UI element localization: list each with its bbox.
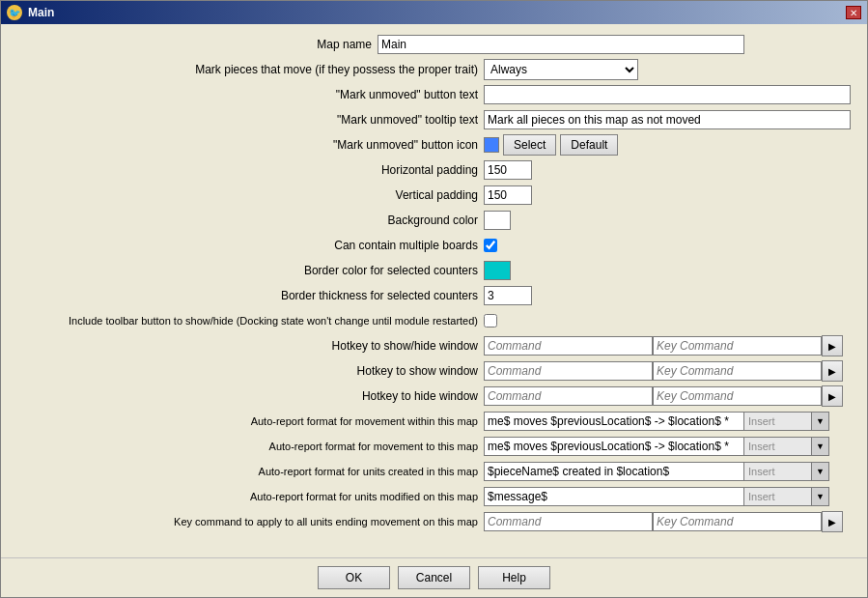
hotkey-hide-row: Hotkey to hide window ▶: [11, 385, 857, 407]
can-contain-label: Can contain multiple boards: [11, 239, 484, 252]
auto-within-insert-combo: Insert ▼: [744, 412, 829, 431]
auto-to-insert-combo: Insert ▼: [744, 437, 829, 456]
mark-unmoved-btn-text-input[interactable]: [484, 85, 851, 104]
key-command-key-input[interactable]: [653, 512, 822, 531]
mark-unmoved-tooltip-input[interactable]: [484, 110, 851, 129]
auto-modified-input[interactable]: [484, 487, 744, 506]
hotkey-show-cmd-input[interactable]: [484, 361, 653, 381]
mark-unmoved-tooltip-row: "Mark unmoved" tooltip text: [11, 109, 857, 130]
select-button[interactable]: Select: [503, 134, 556, 156]
vert-padding-label: Vertical padding: [11, 188, 484, 202]
auto-created-inputs: Insert ▼: [484, 462, 829, 481]
border-color-label: Border color for selected counters: [11, 264, 484, 277]
hotkey-showhide-inputs: ▶: [484, 335, 843, 356]
auto-modified-insert-arrow[interactable]: ▼: [812, 487, 829, 506]
map-name-row: Map name: [11, 34, 857, 55]
auto-to-insert-btn[interactable]: Insert: [744, 437, 812, 456]
mark-unmoved-btn-text-label: "Mark unmoved" button text: [11, 88, 484, 101]
key-command-label: Key command to apply to all units ending…: [11, 516, 484, 527]
border-thickness-label: Border thickness for selected counters: [11, 289, 484, 302]
auto-modified-row: Auto-report format for units modified on…: [11, 486, 857, 507]
hotkey-hide-cmd-input[interactable]: [484, 386, 653, 406]
bg-color-label: Background color: [11, 214, 484, 227]
help-button[interactable]: Help: [478, 566, 550, 589]
icon-preview: [484, 137, 499, 153]
hotkey-hide-inputs: ▶: [484, 385, 843, 407]
border-color-swatch[interactable]: [484, 261, 511, 280]
default-button[interactable]: Default: [560, 134, 618, 156]
hotkey-show-inputs: ▶: [484, 360, 843, 382]
include-toolbar-row: Include toolbar button to show/hide (Doc…: [11, 310, 857, 331]
hotkey-hide-label: Hotkey to hide window: [11, 389, 484, 403]
cancel-button[interactable]: Cancel: [398, 566, 470, 589]
auto-to-label: Auto-report format for movement to this …: [11, 441, 484, 452]
can-contain-row: Can contain multiple boards: [11, 235, 857, 256]
auto-created-input[interactable]: [484, 462, 744, 481]
bottom-bar: OK Cancel Help: [1, 557, 867, 597]
bg-color-swatch[interactable]: [484, 211, 511, 230]
include-toolbar-label: Include toolbar button to show/hide (Doc…: [11, 315, 484, 327]
hotkey-showhide-key-input[interactable]: [653, 336, 822, 356]
auto-to-inputs: Insert ▼: [484, 437, 829, 456]
bg-color-row: Background color: [11, 210, 857, 231]
include-toolbar-checkbox[interactable]: [484, 314, 497, 327]
mark-unmoved-icon-row: "Mark unmoved" button icon Select Defaul…: [11, 134, 857, 156]
hotkey-showhide-arrow[interactable]: ▶: [822, 335, 843, 356]
border-thickness-row: Border thickness for selected counters: [11, 285, 857, 306]
border-thickness-input[interactable]: [484, 286, 532, 305]
auto-created-row: Auto-report format for units created in …: [11, 461, 857, 482]
mark-pieces-label: Mark pieces that move (if they possess t…: [11, 63, 484, 76]
key-command-cmd-input[interactable]: [484, 512, 653, 531]
hotkey-show-arrow[interactable]: ▶: [822, 360, 843, 382]
auto-modified-insert-btn[interactable]: Insert: [744, 487, 812, 506]
title-bar: 🐦 Main ✕: [1, 1, 867, 24]
key-command-arrow[interactable]: ▶: [822, 511, 843, 532]
key-command-row: Key command to apply to all units ending…: [11, 511, 857, 532]
hotkey-showhide-row: Hotkey to show/hide window ▶: [11, 335, 857, 356]
map-name-label: Map name: [11, 38, 378, 51]
auto-within-input[interactable]: [484, 412, 744, 431]
mark-pieces-select[interactable]: Always Never When moved: [484, 59, 638, 80]
hotkey-show-label: Hotkey to show window: [11, 364, 484, 378]
auto-within-label: Auto-report format for movement within t…: [11, 415, 484, 427]
vert-padding-input[interactable]: [484, 185, 532, 205]
window-title: Main: [28, 6, 54, 19]
auto-created-insert-arrow[interactable]: ▼: [812, 462, 829, 481]
hotkey-hide-key-input[interactable]: [653, 386, 822, 406]
mark-unmoved-tooltip-label: "Mark unmoved" tooltip text: [11, 113, 484, 127]
auto-modified-insert-combo: Insert ▼: [744, 487, 829, 506]
horiz-padding-label: Horizontal padding: [11, 163, 484, 177]
hotkey-showhide-label: Hotkey to show/hide window: [11, 339, 484, 353]
app-icon: 🐦: [7, 5, 22, 20]
auto-to-input[interactable]: [484, 437, 744, 456]
hotkey-hide-arrow[interactable]: ▶: [822, 385, 843, 407]
hotkey-show-row: Hotkey to show window ▶: [11, 360, 857, 382]
auto-created-label: Auto-report format for units created in …: [11, 466, 484, 477]
auto-to-insert-arrow[interactable]: ▼: [812, 437, 829, 456]
mark-pieces-row: Mark pieces that move (if they possess t…: [11, 59, 857, 80]
border-color-row: Border color for selected counters: [11, 260, 857, 281]
main-window: 🐦 Main ✕ Map name Mark pieces that move …: [0, 0, 868, 598]
hotkey-showhide-cmd-input[interactable]: [484, 336, 653, 356]
close-button[interactable]: ✕: [846, 6, 861, 19]
auto-within-inputs: Insert ▼: [484, 412, 829, 431]
auto-within-row: Auto-report format for movement within t…: [11, 411, 857, 432]
auto-created-insert-combo: Insert ▼: [744, 462, 829, 481]
mark-unmoved-btn-text-row: "Mark unmoved" button text: [11, 84, 857, 105]
auto-created-insert-btn[interactable]: Insert: [744, 462, 812, 481]
map-name-input[interactable]: [378, 35, 744, 54]
auto-within-insert-arrow[interactable]: ▼: [812, 412, 829, 431]
can-contain-checkbox[interactable]: [484, 239, 497, 252]
auto-modified-label: Auto-report format for units modified on…: [11, 491, 484, 502]
key-command-inputs: ▶: [484, 511, 843, 532]
vert-padding-row: Vertical padding: [11, 185, 857, 206]
auto-within-insert-btn[interactable]: Insert: [744, 412, 812, 431]
auto-to-row: Auto-report format for movement to this …: [11, 436, 857, 457]
ok-button[interactable]: OK: [318, 566, 390, 589]
hotkey-show-key-input[interactable]: [653, 361, 822, 381]
horiz-padding-input[interactable]: [484, 160, 532, 180]
form-content: Map name Mark pieces that move (if they …: [1, 24, 867, 557]
auto-modified-inputs: Insert ▼: [484, 487, 829, 506]
horiz-padding-row: Horizontal padding: [11, 159, 857, 181]
mark-unmoved-icon-label: "Mark unmoved" button icon: [11, 138, 484, 152]
